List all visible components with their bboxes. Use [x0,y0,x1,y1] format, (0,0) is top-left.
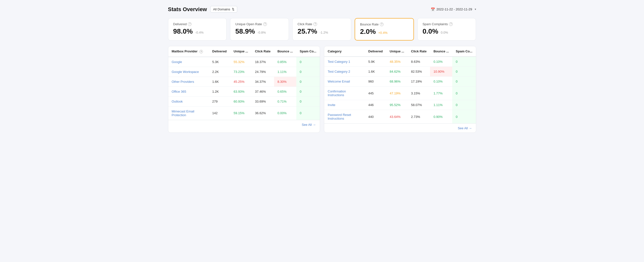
category-name-cell[interactable]: Password Reset Instructions [324,110,365,124]
col-cat-bounce: Bounce ... [430,46,452,56]
mailbox-provider-cell[interactable]: Outlook [168,96,209,106]
stat-label-0: Delivered ? [173,22,222,26]
category-unique-cell: 43.64% [386,110,408,124]
category-spam-cell: 0 [452,100,476,110]
mailbox-table-row: Google Workspace 2.2K 73.23% 24.79% 1.11… [168,67,320,76]
stat-help-icon-3[interactable]: ? [380,22,384,26]
mailbox-bounce-cell: 1.11% [274,67,296,76]
mailbox-click-cell: 24.79% [252,67,274,76]
mailbox-table-footer: See All → [168,120,320,129]
tables-row: Mailbox Provider ? Delivered Unique ... … [168,46,476,133]
category-spam-cell: 0 [452,110,476,124]
category-spam-cell: 0 [452,76,476,86]
mailbox-unique-cell: 59.15% [230,106,252,120]
mailbox-spam-cell: 0 [296,67,320,76]
mailbox-delivered-cell: 2.2K [209,67,230,76]
date-picker[interactable]: 📅 2022-11-22 - 2022-11-29 ▾ [431,8,476,11]
category-name-cell[interactable]: Test Category 1 [324,56,365,67]
category-table-row: Confirmation Instructions 445 47.19% 3.1… [324,86,476,100]
mailbox-click-cell: 36.62% [252,106,274,120]
category-see-all[interactable]: See All → [458,126,472,130]
mailbox-delivered-cell: 279 [209,96,230,106]
mailbox-bounce-cell: 0.71% [274,96,296,106]
category-delivered-cell: 446 [365,100,386,110]
col-spam: Spam Co... [296,46,320,57]
category-click-cell: 58.07% [408,100,430,110]
mailbox-click-cell: 33.69% [252,96,274,106]
stat-label-1: Unique Open Rate ? [235,22,284,26]
category-name-cell[interactable]: Test Category 2 [324,67,365,76]
stat-change-0: -0.4% [195,31,204,34]
stat-value-4: 0.0% [422,28,438,35]
mailbox-spam-cell: 0 [296,106,320,120]
stat-help-icon-0[interactable]: ? [188,22,192,26]
category-table: Category Delivered Unique ... Click Rate… [324,46,476,123]
date-range-label: 2022-11-22 - 2022-11-29 [436,8,472,11]
category-bounce-cell: 0.10% [430,76,452,86]
stat-help-icon-2[interactable]: ? [313,22,317,26]
mailbox-unique-cell: 60.93% [230,96,252,106]
col-provider: Mailbox Provider ? [168,46,209,57]
provider-help-icon[interactable]: ? [200,50,203,54]
col-delivered: Delivered [209,46,230,57]
category-bounce-cell: 1.77% [430,86,452,100]
stat-value-3: 2.0% [360,28,376,36]
stat-change-1: -0.8% [258,31,266,34]
mailbox-spam-cell: 0 [296,86,320,96]
stat-help-icon-4[interactable]: ? [449,22,453,26]
col-cat-delivered: Delivered [365,46,386,56]
mailbox-click-cell: 18.37% [252,57,274,67]
col-bounce: Bounce ... [274,46,296,57]
mailbox-table-row: Office 365 1.2K 63.93% 37.46% 0.65% 0 [168,86,320,96]
stat-card-4: Spam Complaints ? 0.0% 0.0% [418,18,476,40]
category-table-row: Welcome Email 960 68.96% 17.19% 0.10% 0 [324,76,476,86]
stat-cards: Delivered ? 98.0% -0.4% Unique Open Rate… [168,18,476,40]
mailbox-unique-cell: 55.32% [230,57,252,67]
stat-help-icon-1[interactable]: ? [263,22,267,26]
page-title: Stats Overview [168,6,207,12]
mailbox-unique-cell: 45.25% [230,76,252,86]
category-delivered-cell: 440 [365,110,386,124]
category-delivered-cell: 445 [365,86,386,100]
domain-selector-value: All Domains [213,8,230,11]
category-table-row: Test Category 2 1.6K 84.62% 82.53% 10.90… [324,67,476,76]
stat-value-row-2: 25.7% -1.2% [298,28,346,35]
domain-selector[interactable]: All Domains ⇅ [210,6,237,12]
category-name-cell[interactable]: Invite [324,100,365,110]
mailbox-table-row: Mimecast Email Protection 142 59.15% 36.… [168,106,320,120]
mailbox-table-row: Outlook 279 60.93% 33.69% 0.71% 0 [168,96,320,106]
category-name-cell[interactable]: Confirmation Instructions [324,86,365,100]
mailbox-provider-cell[interactable]: Mimecast Email Protection [168,106,209,120]
category-name-cell[interactable]: Welcome Email [324,76,365,86]
mailbox-delivered-cell: 1.6K [209,76,230,86]
category-click-cell: 3.15% [408,86,430,100]
category-unique-cell: 48.35% [386,56,408,67]
category-spam-cell: 0 [452,67,476,76]
stat-change-2: -1.2% [320,31,328,34]
stat-value-row-1: 58.9% -0.8% [235,28,284,35]
category-click-cell: 8.63% [408,56,430,67]
mailbox-table-row: Google 5.3K 55.32% 18.37% 0.85% 0 [168,57,320,67]
mailbox-table: Mailbox Provider ? Delivered Unique ... … [168,46,320,120]
mailbox-unique-cell: 63.93% [230,86,252,96]
mailbox-provider-cell[interactable]: Google Workspace [168,67,209,76]
col-category: Category [324,46,365,56]
mailbox-provider-cell[interactable]: Office 365 [168,86,209,96]
stat-change-4: 0.0% [441,31,448,34]
mailbox-provider-cell[interactable]: Other Providers [168,76,209,86]
mailbox-see-all[interactable]: See All → [302,123,316,126]
category-click-cell: 17.19% [408,76,430,86]
col-click-rate: Click Rate [252,46,274,57]
stat-card-1: Unique Open Rate ? 58.9% -0.8% [230,18,289,40]
mailbox-provider-cell[interactable]: Google [168,57,209,67]
category-delivered-cell: 960 [365,76,386,86]
mailbox-unique-cell: 73.23% [230,67,252,76]
category-click-cell: 2.73% [408,110,430,124]
category-table-card: Category Delivered Unique ... Click Rate… [324,46,476,133]
category-unique-cell: 84.62% [386,67,408,76]
category-delivered-cell: 5.9K [365,56,386,67]
mailbox-spam-cell: 0 [296,57,320,67]
domain-selector-arrow: ⇅ [232,8,234,11]
mailbox-table-row: Other Providers 1.6K 45.25% 34.37% 8.30%… [168,76,320,86]
mailbox-bounce-cell: 0.85% [274,57,296,67]
